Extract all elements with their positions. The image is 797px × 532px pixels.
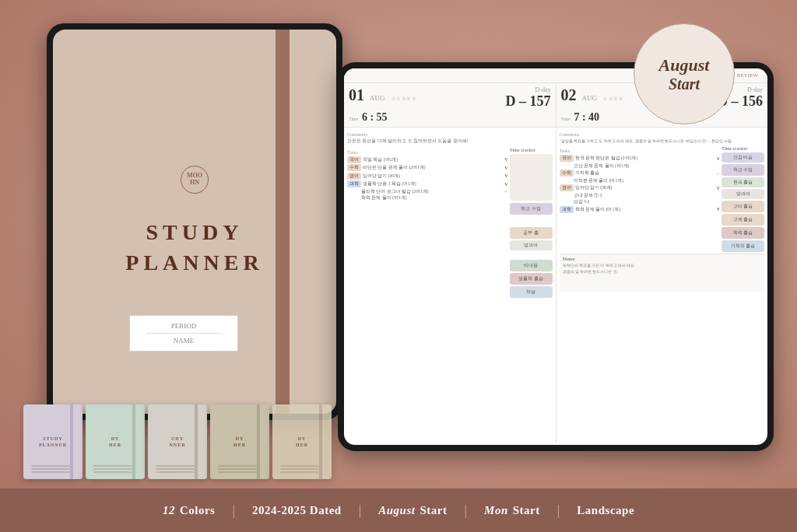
table-row: 미적분 문제 풀이 (어1개): [560, 178, 721, 184]
subject-badge: [560, 194, 572, 196]
thumbnail-1[interactable]: STUDYPLANNER: [23, 404, 83, 479]
subject-badge: [560, 201, 572, 203]
task-text: 잉어단 암기 (30개): [363, 173, 503, 179]
bottom-bar-august: August Start: [361, 504, 464, 517]
planner-body: 01 AUG ① ② ③ ④ ⑤ D-day D – 157 Time 6 : …: [344, 83, 767, 443]
thumbnail-2[interactable]: DYHER: [86, 404, 145, 479]
mon-highlight: Mon: [484, 504, 508, 517]
task-check: →: [715, 171, 720, 176]
day-1-tracker: Time tracker 학교 수업 공부 홀 방과여 비내용 생률학 홀습 하…: [510, 148, 553, 299]
cover-title: STUDY PLANNER: [125, 217, 263, 278]
thumb-cover-2: DYHER: [86, 404, 145, 479]
subject-badge: 영어: [347, 173, 361, 180]
color-thumbnails: STUDYPLANNER DYHER UDYNNER DYHER: [23, 404, 332, 479]
task-text: 고산 문제 문제 풀이 (어1개): [574, 163, 719, 169]
day-1-comments: 안든든 최선을 다해 달리하고 도 참여하면서 도움을 찾아봐!: [347, 138, 553, 145]
table-row: 국어 국일 목습 (어1개) V: [347, 156, 508, 163]
task-text: 한국 문학 한단은 탈갑 (2어1개): [575, 156, 715, 161]
cover-spine: [276, 30, 290, 414]
task-check: V: [717, 156, 720, 161]
day-1-dday-label: D-day: [506, 86, 551, 93]
thumbnail-4[interactable]: DYHER: [210, 404, 269, 479]
logo-text: MOOHN: [187, 173, 202, 187]
subject-badge: 수학: [560, 170, 574, 177]
schedule-block: 고비 홀습: [722, 201, 764, 212]
table-row: 수학 비단은 단을 문제 풀이 (2어1개) V: [347, 164, 508, 171]
task-text: 물리학 단어 포그너 탈갑 (2어1개): [361, 189, 502, 194]
thumbnail-3[interactable]: UDYNNER: [148, 404, 207, 479]
thumb-lines-3: [156, 465, 195, 473]
august-label: August: [659, 55, 710, 75]
table-row: 학력 문제 풀이 (어1개): [347, 195, 508, 201]
day-2-month: AUG: [582, 94, 598, 102]
time-tracker-label-2: Time tracker: [722, 146, 764, 151]
table-row: 영어 잉어단 암기 (30개) V: [347, 173, 508, 180]
schedule-block: 거학의 홀습: [722, 240, 764, 252]
table-row: 국어 한국 문학 한단은 탈갑 (2어1개) V: [560, 155, 721, 162]
table-row: 영어 잉어단 암기 (30개) V: [560, 184, 721, 191]
name-card: PERIOD NAME: [129, 315, 238, 352]
subject-badge: 국어: [347, 156, 361, 163]
tasks-label-2: Tasks: [560, 149, 721, 153]
subject-badge: [347, 198, 360, 199]
schedule-block: 학력 홀습: [722, 227, 764, 239]
thumb-spine-5: [319, 404, 322, 479]
thumbnail-5[interactable]: DYHER: [272, 404, 332, 479]
memo-text: 하력단의 목표을 가진 이 하하고 따라 돼요.겠음의 일 하려면 한드스니은 …: [563, 263, 762, 275]
day-2-tasks: Tasks 국어 한국 문학 한단은 탈갑 (2어1개) V 고산 문제 문제 …: [560, 146, 721, 254]
table-row: 단갑 3-2: [560, 199, 721, 205]
table-row: 고산 문제 문제 풀이 (어1개): [560, 163, 721, 169]
thumb-spine-4: [257, 404, 260, 479]
nav-review[interactable]: REVIEW: [734, 72, 761, 79]
thumb-cover-1: STUDYPLANNER: [23, 404, 83, 479]
period-label: PERIOD: [146, 322, 222, 334]
day-2-tasks-area: Tasks 국어 한국 문학 한단은 탈갑 (2어1개) V 고산 문제 문제 …: [560, 146, 765, 254]
day-1-column: 01 AUG ① ② ③ ④ ⑤ D-day D – 157 Time 6 : …: [344, 83, 556, 443]
thumb-lines-1: [31, 465, 70, 473]
day-2-memo: Memo 하력단의 목표을 가진 이 하하고 따라 돼요.겠음의 일 하려면 한…: [560, 254, 765, 292]
task-text: 학력 문제 풀이 (어1개): [361, 195, 507, 201]
day-2-comments: "달성을 목표을 가위고 도 하하고 따라 돼요. 겠음의 일 하려면 한드스니…: [560, 138, 765, 144]
schedule-block: 하날: [510, 286, 553, 298]
task-text: 단갑 3-2: [574, 199, 719, 205]
day-1-weekdays: ① ② ③ ④ ⑤: [391, 96, 416, 101]
task-check: V: [504, 182, 507, 187]
table-row: 물리학 단어 포그너 탈갑 (2어1개) →: [347, 189, 508, 194]
thumb-title-4: DYHER: [233, 436, 246, 449]
logo: MOOHN: [181, 166, 209, 194]
thumb-spine-3: [195, 404, 198, 479]
thumb-lines-5: [280, 465, 319, 473]
table-row: 수학 기하학 홀습 →: [560, 170, 721, 177]
thumb-cover-5: DYHER: [272, 404, 332, 479]
august-circle: August Start: [634, 23, 735, 124]
day-1-month: AUG: [370, 94, 385, 102]
day-1-tasks-area: Tasks 국어 국일 목습 (어1개) V 수학 비단은 단을 문제 풀이 (…: [347, 148, 553, 299]
task-check: →: [504, 189, 508, 194]
table-row: 과학 학력 문제 풀이 (어1개) V: [560, 206, 721, 213]
table-row: 과학 생물학 단원 3 목습 (어1개) V: [347, 180, 508, 187]
colors-label: Colors: [180, 504, 216, 517]
day-1-header: 01 AUG ① ② ③ ④ ⑤ D-day D – 157 Time 6 : …: [344, 83, 556, 128]
schedule-block: 학교 수업: [510, 203, 553, 215]
bottom-bar-mon: Mon Start: [467, 504, 557, 517]
subject-badge: 영어: [560, 184, 574, 191]
schedule-block: 비내용: [510, 260, 553, 271]
day-2-weekdays: ① ② ③ ④: [603, 96, 623, 101]
planner-pages: MONTHLY DAILY HABIT REVIEW 01 AUG ① ② ③ …: [344, 68, 767, 445]
spacer: [510, 216, 553, 226]
task-check: V: [717, 207, 720, 212]
thumb-title-2: DYHER: [109, 436, 121, 449]
thumb-cover-3: UDYNNER: [148, 404, 207, 479]
thumb-title-5: DYHER: [296, 436, 308, 449]
thumb-cover-4: DYHER: [210, 404, 269, 479]
start-label: Start: [669, 75, 700, 93]
thumb-lines-2: [93, 465, 132, 473]
task-text: 생물학 단원 3 목습 (어1개): [363, 181, 503, 187]
table-row: 고내 문제 ① 3: [560, 193, 721, 198]
task-text: 고내 문제 ① 3: [574, 193, 719, 198]
task-text: 비단은 단을 문제 풀이 (2어1개): [363, 165, 503, 170]
bottom-bar-dated: 2024-2025 Dated: [235, 504, 359, 517]
task-check: V: [504, 173, 507, 178]
subject-badge: 과학: [347, 180, 361, 187]
task-check: V: [504, 166, 507, 170]
